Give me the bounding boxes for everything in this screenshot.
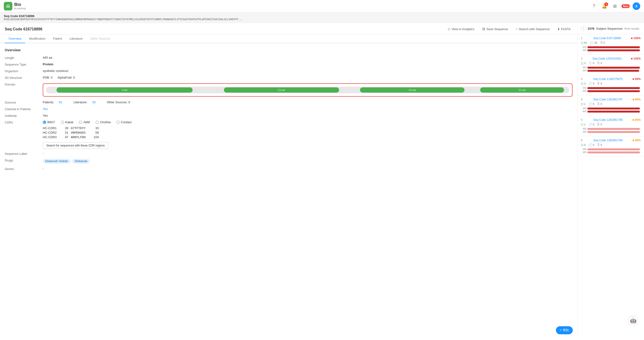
cdr-contact-option[interactable]: Contact [116,120,132,124]
seq-item-link-1[interactable]: Seq Code 1253416351 [592,57,622,60]
cdr-chothia-option[interactable]: Chothia [96,120,111,124]
seq-item: 2 Seq Code 1253416351 ■ 100% ◫ 3 📄 0 🗄 0… [578,54,644,75]
seq-bar-row1-2: 445 [581,87,641,89]
lit-count-5: 📄 0 [588,143,594,146]
bar2-fill-2 [588,90,640,92]
patent-count-3: ◫ 1 [581,102,586,106]
analytics-icon: ⊙ [448,27,450,31]
seq-item-link-2[interactable]: Seq Code 1196375875 [593,78,622,81]
seq-item-link-0[interactable]: Seq Code 616718896 [593,36,621,40]
tab-patent[interactable]: Patent [50,34,66,43]
hc-cdr3-end: 104 [92,135,99,139]
cdr-imgt-option[interactable]: IMGT [43,120,55,124]
avatar-btn[interactable]: X [632,2,640,10]
seq-item-counts-2: ◫ 2 📄 0 🗄 0 [581,82,641,85]
cdr-kabat-option[interactable]: Kabat [61,120,74,124]
seq-item-header-1: 2 Seq Code 1253416351 ■ 100% [581,57,641,60]
cdrs-label: CDRs [5,120,43,124]
logo-area: Bio by patsnap [4,2,26,10]
tab-overview[interactable]: Overview [5,34,25,43]
lit-count-4: 📄 0 [588,123,594,126]
seq-item: 1 Seq Code 616718896 ■ 100% ◫ 81 📄 28 🗄 … [578,34,644,54]
pdb-label: PDB: [43,76,50,79]
seq-bar-row2-0: 445 [581,49,641,52]
kabat-label: Kabat [65,120,74,124]
contact-radio[interactable] [116,120,120,124]
tab-modification[interactable]: Modification [25,34,49,43]
patent-icon-4: ◫ [581,123,584,126]
robot-chat-btn[interactable]: 🤖 [628,315,638,326]
tab-other-sources[interactable]: Other Sources [86,34,114,43]
notification-badge: 1 [604,2,608,6]
claimed-label: Claimed in Patents [5,107,43,111]
save-icon: 🖫 [482,27,485,31]
help-icon-btn[interactable]: ? [590,2,598,10]
seq-item-num-0: 1 [581,36,582,40]
imgt-label: IMGT [47,120,55,124]
bar2-fill-5 [588,152,640,154]
left-content: Seq Code 616718896 ⊙ View in Analytics 🖫… [0,23,578,338]
section-title: Overview [5,48,572,52]
abm-label: AbM [83,120,90,124]
patents-count-link[interactable]: 81 [59,100,62,104]
bar2-label-3: 445 [581,110,586,113]
results-title-text: Subject Sequences [596,27,623,30]
expand-panel-btn[interactable]: › [581,26,586,31]
seq-item-header-4: 5 Seq Code 1282861799 ■ 95% [581,118,641,122]
literature-count-link[interactable]: 28 [92,100,96,104]
tab-literature[interactable]: Literature [66,34,86,43]
app-subtext: by patsnap [14,7,26,10]
hc-cdr2-end: 58 [92,131,99,134]
imgt-radio[interactable] [43,120,46,124]
view-analytics-btn[interactable]: ⊙ View in Analytics [446,26,476,32]
bar1-fill-5 [588,148,640,150]
abm-radio[interactable] [79,120,82,124]
structure-label: 3D Structure [5,76,43,80]
genes-row: Genes - [5,167,572,171]
chothia-radio[interactable] [96,120,99,124]
grid-btn[interactable]: ⊞ [611,2,618,10]
patent-count-5: ◫ 0 [581,143,586,146]
help-btn[interactable]: ? 帮助 [556,326,573,334]
seq-item: 3 Seq Code 1196375875 ■ 99% ◫ 2 📄 0 🗄 0 … [578,75,644,96]
svg-point-0 [7,6,9,8]
new-badge: New [622,4,630,8]
patents-label: Patents: [43,100,54,104]
bar1-track-1 [588,67,641,68]
notification-btn[interactable]: 🔔 1 [600,2,608,10]
help-label: 帮助 [563,328,569,332]
lit-icon-5: 📄 [588,143,592,146]
seq-item-pct-0: ■ 100% [631,36,641,40]
lit-icon-0: 📄 [590,41,594,44]
seq-bar-container-1: 445 444 [581,66,641,72]
seq-actions: ⊙ View in Analytics 🖫 Save Sequence ○ Se… [446,26,572,32]
seq-item-link-5[interactable]: Seq Code 1282861794 [593,139,622,142]
organism-row: Organism synthetic construct [5,69,572,73]
bar2-fill-0 [588,50,640,51]
seq-item-num-1: 2 [581,57,582,60]
drug-tag-1[interactable]: Disitamab [72,159,90,164]
save-sequence-btn[interactable]: 🖫 Save Sequence [480,26,510,32]
drug-tag-0[interactable]: Disitamab Vedotin [43,159,70,164]
bar2-fill-4 [588,131,640,133]
bar2-fill-1 [588,70,639,72]
kabat-radio[interactable] [61,120,64,124]
patent-icon-2: ◫ [581,82,584,85]
search-with-sequence-btn[interactable]: ○ Search with Sequence [514,26,552,32]
cdr-abm-option[interactable]: AbM [79,120,90,124]
seq-item-counts-3: ◫ 1 📄 0 🗄 0 [581,102,641,106]
seq-item-link-4[interactable]: Seq Code 1282861799 [593,118,622,122]
bar2-label-5: 445 [581,151,586,154]
fasta-btn[interactable]: ⬇ FASTA [556,26,572,32]
fasta-label: FASTA [561,27,570,31]
bar1-label-5: 445 [581,148,586,150]
seq-item-counts-1: ◫ 3 📄 0 🗄 0 [581,62,641,65]
claimed-value: Yes [43,107,572,111]
patent-icon-3: ◫ [581,102,584,106]
pdb-value: 0 [51,76,52,79]
seq-item-link-3[interactable]: Seq Code 1282861797 [593,98,622,101]
seq-item-num-4: 5 [581,118,582,122]
cdrs-row: CDRs IMGT Kabat AbM [5,120,572,149]
search-cdr-btn[interactable]: Search for sequences with these CDR regi… [43,142,108,149]
patent-icon-0: ◫ [581,41,584,44]
